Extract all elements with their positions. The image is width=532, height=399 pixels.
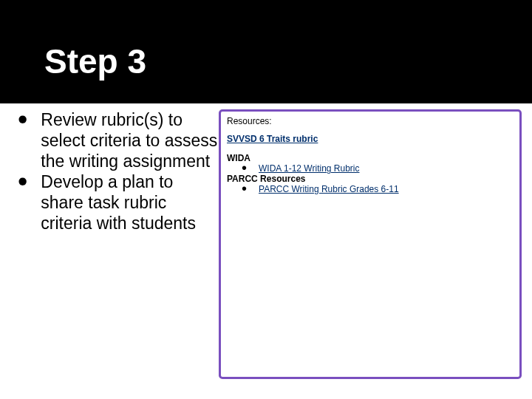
- bullet-dot-icon: •: [242, 186, 247, 191]
- header-bar: Step 3: [0, 0, 532, 103]
- parcc-label: PARCC Resources: [227, 174, 514, 184]
- resources-label: Resources:: [227, 116, 514, 126]
- bullet-dot-icon: •: [18, 176, 27, 188]
- sub-bullet-item: • PARCC Writing Rubric Grades 6-11: [242, 184, 514, 194]
- svvsd-link[interactable]: SVVSD 6 Traits rubric: [227, 134, 514, 144]
- wida-link[interactable]: WIDA 1-12 Writing Rubric: [259, 163, 359, 174]
- content-area: • Review rubric(s) to select criteria to…: [0, 109, 532, 233]
- bullet-text: Develop a plan to share task rubric crit…: [41, 171, 220, 233]
- wida-label: WIDA: [227, 153, 514, 163]
- sub-bullet-item: • WIDA 1-12 Writing Rubric: [242, 163, 514, 174]
- parcc-link[interactable]: PARCC Writing Rubric Grades 6-11: [259, 184, 399, 194]
- slide-title: Step 3: [44, 41, 146, 81]
- bullet-dot-icon: •: [18, 114, 27, 126]
- resources-panel: Resources: SVVSD 6 Traits rubric WIDA • …: [219, 109, 522, 379]
- bullet-item: • Develop a plan to share task rubric cr…: [18, 171, 220, 233]
- bullet-dot-icon: •: [242, 166, 247, 170]
- slide: Step 3 • Review rubric(s) to select crit…: [0, 0, 532, 399]
- bullet-text: Review rubric(s) to select criteria to a…: [41, 109, 220, 171]
- left-column: • Review rubric(s) to select criteria to…: [0, 109, 220, 233]
- bullet-item: • Review rubric(s) to select criteria to…: [18, 109, 220, 171]
